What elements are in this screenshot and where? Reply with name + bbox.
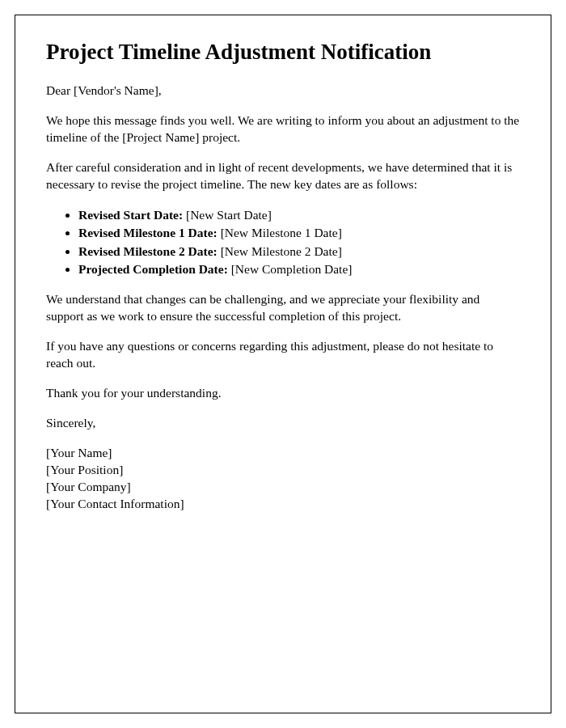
contact-paragraph: If you have any questions or concerns re… (46, 338, 520, 372)
list-item: Revised Start Date: [New Start Date] (78, 206, 520, 224)
closing: Sincerely, (46, 415, 520, 432)
context-paragraph: After careful consideration and in light… (46, 159, 520, 193)
list-item: Revised Milestone 2 Date: [New Milestone… (78, 243, 520, 260)
signature-name: [Your Name] (46, 445, 520, 462)
salutation: Dear [Vendor's Name], (46, 83, 520, 99)
thanks-paragraph: Thank you for your understanding. (46, 385, 520, 402)
signature-block: [Your Name] [Your Position] [Your Compan… (46, 445, 520, 513)
signature-position: [Your Position] (46, 462, 520, 479)
document-frame: Project Timeline Adjustment Notification… (15, 15, 551, 713)
date-value: [New Start Date] (183, 208, 272, 222)
date-label: Revised Start Date: (78, 208, 183, 222)
date-label: Revised Milestone 2 Date: (78, 244, 218, 258)
date-value: [New Completion Date] (228, 262, 353, 276)
appreciation-paragraph: We understand that changes can be challe… (46, 291, 520, 325)
date-value: [New Milestone 2 Date] (218, 244, 342, 258)
document-title: Project Timeline Adjustment Notification (46, 40, 520, 65)
intro-paragraph: We hope this message finds you well. We … (46, 112, 520, 146)
date-label: Revised Milestone 1 Date: (78, 226, 218, 239)
date-label: Projected Completion Date: (78, 262, 228, 276)
list-item: Projected Completion Date: [New Completi… (78, 260, 520, 278)
date-value: [New Milestone 1 Date] (218, 226, 342, 239)
signature-contact: [Your Contact Information] (46, 496, 520, 513)
signature-company: [Your Company] (46, 479, 520, 496)
list-item: Revised Milestone 1 Date: [New Milestone… (78, 224, 520, 242)
dates-list: Revised Start Date: [New Start Date] Rev… (78, 206, 520, 279)
